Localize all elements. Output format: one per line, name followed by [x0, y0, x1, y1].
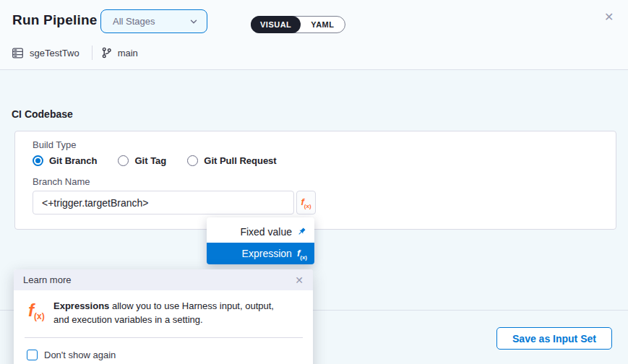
save-as-input-set-button[interactable]: Save as Input Set: [496, 327, 612, 350]
fx-icon-large: f(x): [28, 300, 45, 321]
radio-git-branch[interactable]: Git Branch: [33, 155, 97, 166]
learn-more-popover: Learn more ✕ f(x) Expressions allow you …: [14, 269, 313, 364]
ci-codebase-card: Build Type Git Branch Git Tag Git Pull R…: [14, 131, 616, 230]
radio-git-tag[interactable]: Git Tag: [118, 155, 166, 166]
tab-visual[interactable]: VISUAL: [251, 16, 301, 33]
repository-name: sgeTestTwo: [30, 48, 79, 58]
radio-selected-icon: [33, 155, 43, 166]
modal-header: Run Pipeline All Stages VISUAL YAML ✕: [0, 0, 628, 70]
fx-icon: f(x): [297, 247, 307, 261]
popover-body-text: Expressions allow you to use Harness inp…: [53, 299, 289, 326]
radio-git-pull-request[interactable]: Git Pull Request: [187, 155, 276, 166]
build-type-radio-group: Git Branch Git Tag Git Pull Request: [33, 155, 277, 166]
close-icon[interactable]: ✕: [295, 274, 304, 286]
fx-icon: f(x): [301, 195, 311, 209]
value-type-menu: Fixed value Expression f(x): [207, 217, 314, 264]
popover-title: Learn more: [23, 274, 71, 285]
pin-icon: [297, 227, 307, 237]
branch-name: main: [118, 48, 138, 58]
divider: [92, 46, 93, 60]
menu-item-fixed-value[interactable]: Fixed value: [207, 221, 314, 243]
radio-unselected-icon: [187, 155, 198, 166]
menu-item-expression[interactable]: Expression f(x): [207, 243, 314, 264]
run-pipeline-modal: Run Pipeline All Stages VISUAL YAML ✕: [0, 0, 628, 364]
pipeline-meta: sgeTestTwo main: [12, 45, 138, 61]
repository-icon: [12, 47, 24, 59]
popover-header: Learn more ✕: [14, 269, 313, 290]
chevron-down-icon: [189, 17, 198, 26]
stage-select[interactable]: All Stages: [100, 9, 207, 33]
checkbox-unchecked-icon[interactable]: [27, 350, 38, 360]
tab-yaml[interactable]: YAML: [301, 17, 344, 32]
section-title-ci-codebase: CI Codebase: [12, 108, 73, 120]
build-type-label: Build Type: [33, 139, 76, 150]
divider: [25, 337, 303, 338]
git-branch-icon: [101, 47, 112, 58]
dont-show-again-control[interactable]: Don't show again: [27, 350, 116, 360]
stage-select-value: All Stages: [113, 16, 155, 27]
close-icon[interactable]: ✕: [604, 11, 614, 24]
branch-name-label: Branch Name: [33, 176, 90, 187]
view-toggle: VISUAL YAML: [251, 16, 345, 33]
branch-name-input[interactable]: [33, 191, 294, 214]
expression-fx-button[interactable]: f(x): [296, 191, 316, 214]
page-title: Run Pipeline: [12, 12, 97, 28]
dont-show-again-label: Don't show again: [44, 350, 116, 360]
radio-unselected-icon: [118, 155, 129, 166]
